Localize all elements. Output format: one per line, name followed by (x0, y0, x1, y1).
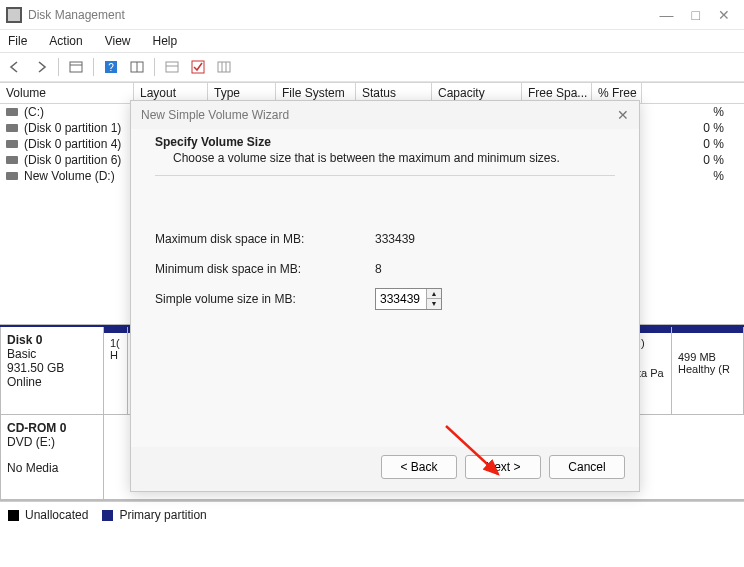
volume-size-input[interactable] (376, 289, 426, 309)
volume-name: (C:) (24, 105, 144, 119)
close-button[interactable]: ✕ (718, 7, 730, 23)
cdrom-drive: DVD (E:) (7, 435, 97, 449)
disk-0-info[interactable]: Disk 0 Basic 931.50 GB Online (0, 327, 104, 415)
spin-up-icon[interactable]: ▲ (427, 289, 441, 299)
partition-slot[interactable]: 499 MB Healthy (R (672, 327, 744, 415)
dialog-heading: Specify Volume Size (155, 135, 615, 149)
min-space-label: Minimum disk space in MB: (155, 262, 375, 276)
volume-icon (6, 124, 18, 132)
legend-unallocated-label: Unallocated (25, 508, 88, 522)
disk-title: Disk 0 (7, 333, 97, 347)
slot-label: :) (638, 337, 665, 349)
slot-status: Healthy (R (678, 363, 737, 375)
volume-name: (Disk 0 partition 1) (24, 121, 144, 135)
disk-status: Online (7, 375, 97, 389)
dialog-titlebar[interactable]: New Simple Volume Wizard ✕ (131, 101, 639, 129)
dialog-title: New Simple Volume Wizard (141, 108, 289, 122)
volume-name: (Disk 0 partition 4) (24, 137, 144, 151)
slot-label: H (110, 349, 121, 361)
legend-primary-label: Primary partition (119, 508, 206, 522)
legend-primary-swatch (102, 510, 113, 521)
cdrom-title: CD-ROM 0 (7, 421, 97, 435)
svg-text:?: ? (108, 62, 114, 73)
cancel-button[interactable]: Cancel (549, 455, 625, 479)
menu-action[interactable]: Action (45, 32, 86, 50)
back-icon[interactable] (4, 56, 26, 78)
svg-rect-6 (166, 62, 178, 72)
disk-type: Basic (7, 347, 97, 361)
back-button[interactable]: < Back (381, 455, 457, 479)
svg-rect-9 (218, 62, 230, 72)
slot-label: 1( (110, 337, 121, 349)
volume-name: New Volume (D:) (24, 169, 144, 183)
grid-icon[interactable] (213, 56, 235, 78)
menu-view[interactable]: View (101, 32, 135, 50)
max-space-value: 333439 (375, 232, 415, 246)
dialog-close-icon[interactable]: ✕ (617, 107, 629, 123)
cdrom-status: No Media (7, 461, 97, 475)
view-panels-icon[interactable] (65, 56, 87, 78)
minimize-button[interactable]: — (660, 7, 674, 23)
next-button[interactable]: Next > (465, 455, 541, 479)
help-icon[interactable]: ? (100, 56, 122, 78)
svg-rect-0 (70, 62, 82, 72)
legend-unallocated-swatch (8, 510, 19, 521)
slot-size: 499 MB (678, 351, 737, 363)
menu-file[interactable]: File (4, 32, 31, 50)
window-controls: — □ ✕ (660, 7, 738, 23)
menu-help[interactable]: Help (149, 32, 182, 50)
refresh-icon[interactable] (126, 56, 148, 78)
maximize-button[interactable]: □ (692, 7, 700, 23)
col-spacer (642, 83, 744, 103)
disk-size: 931.50 GB (7, 361, 97, 375)
svg-rect-8 (192, 61, 204, 73)
min-space-value: 8 (375, 262, 382, 276)
legend: Unallocated Primary partition (0, 501, 744, 528)
checkbox-icon[interactable] (187, 56, 209, 78)
col-volume[interactable]: Volume (0, 83, 134, 103)
volume-icon (6, 108, 18, 116)
forward-icon[interactable] (30, 56, 52, 78)
new-volume-wizard-dialog: New Simple Volume Wizard ✕ Specify Volum… (130, 100, 640, 492)
max-space-label: Maximum disk space in MB: (155, 232, 375, 246)
volume-icon (6, 156, 18, 164)
window-titlebar: Disk Management — □ ✕ (0, 0, 744, 30)
volume-size-spinner: ▲ ▼ (375, 288, 442, 310)
cdrom-info[interactable]: CD-ROM 0 DVD (E:) No Media (0, 415, 104, 500)
app-icon (6, 7, 22, 23)
volume-size-label: Simple volume size in MB: (155, 292, 375, 306)
slot-sublabel: ta Pa (638, 367, 665, 379)
dialog-subheading: Choose a volume size that is between the… (173, 151, 615, 165)
spin-down-icon[interactable]: ▼ (427, 299, 441, 309)
partition-slot[interactable]: 1( H (104, 327, 128, 415)
toolbar: ? (0, 52, 744, 82)
list-icon[interactable] (161, 56, 183, 78)
window-title: Disk Management (28, 8, 125, 22)
volume-name: (Disk 0 partition 6) (24, 153, 144, 167)
menubar: File Action View Help (0, 30, 744, 52)
volume-icon (6, 140, 18, 148)
volume-icon (6, 172, 18, 180)
